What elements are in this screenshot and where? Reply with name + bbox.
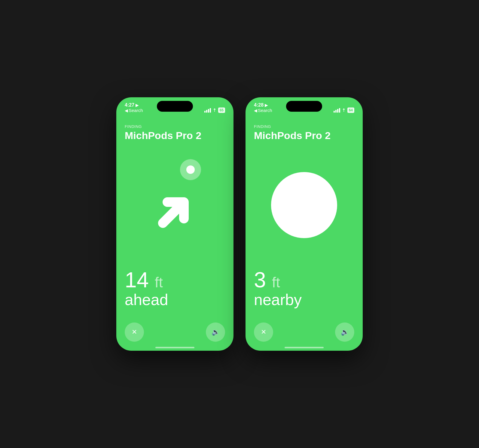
phone-content-2: FINDING MichPods Pro 2 3 ft nearby ✕ 🔉 <box>246 118 363 351</box>
speaker-icon-1: 🔉 <box>212 328 220 336</box>
signal-bars-1 <box>204 108 211 113</box>
distance-dot-inner-1 <box>186 165 195 174</box>
battery-value-2: 64 <box>349 108 353 112</box>
dynamic-island-2 <box>286 101 322 112</box>
status-right-1: ⇡ 65 <box>204 107 225 113</box>
direction-label-1: ahead <box>125 292 225 307</box>
sound-button-1[interactable]: 🔉 <box>206 322 225 342</box>
proximity-circle-2 <box>271 172 337 238</box>
direction-arrow-icon-1 <box>145 175 205 235</box>
sound-button-2[interactable]: 🔉 <box>335 322 354 342</box>
back-nav-1[interactable]: ◀ Search <box>125 108 143 113</box>
visual-area-1 <box>125 141 225 269</box>
finding-label-1: FINDING <box>125 124 225 129</box>
finding-label-2: FINDING <box>254 124 354 129</box>
distance-value-1: 14 ft <box>125 269 225 291</box>
chevron-left-icon-2: ◀ <box>254 108 257 113</box>
device-title-1: MichPods Pro 2 <box>125 130 225 141</box>
bottom-buttons-2: ✕ 🔉 <box>254 322 354 351</box>
close-icon-1: ✕ <box>132 328 137 336</box>
time-text-2: 4:28 <box>254 102 264 108</box>
wifi-icon-1: ⇡ <box>213 108 216 113</box>
status-time-1: 4:27 ▶ <box>125 102 139 108</box>
battery-value-1: 65 <box>220 108 224 112</box>
time-text-1: 4:27 <box>125 102 134 108</box>
signal-bars-2 <box>334 108 340 113</box>
chevron-left-icon-1: ◀ <box>125 108 128 113</box>
device-title-2: MichPods Pro 2 <box>254 130 354 141</box>
close-button-1[interactable]: ✕ <box>125 322 144 342</box>
phone-2: 4:28 ▶ ◀ Search ⇡ 64 FINDING MichP <box>246 97 363 351</box>
phone-1: 4:27 ▶ ◀ Search ⇡ 65 FINDING MichP <box>116 97 233 351</box>
distance-section-1: 14 ft ahead <box>125 269 225 322</box>
close-button-2[interactable]: ✕ <box>254 322 273 342</box>
distance-value-2: 3 ft <box>254 269 354 291</box>
wifi-icon-2: ⇡ <box>342 108 346 113</box>
location-icon-2: ▶ <box>265 103 268 107</box>
visual-area-2 <box>254 141 354 269</box>
back-label-1: Search <box>129 108 143 113</box>
distance-dot-indicator-1 <box>180 159 201 180</box>
status-time-2: 4:28 ▶ <box>254 102 268 108</box>
distance-unit-1: ft <box>155 274 163 290</box>
distance-unit-2: ft <box>272 274 280 290</box>
distance-number-2: 3 <box>254 268 266 292</box>
distance-section-2: 3 ft nearby <box>254 269 354 322</box>
battery-2: 64 <box>347 107 354 113</box>
direction-label-2: nearby <box>254 292 354 307</box>
location-icon-1: ▶ <box>136 103 139 107</box>
status-right-2: ⇡ 64 <box>334 107 354 113</box>
dynamic-island-1 <box>157 101 193 112</box>
distance-number-1: 14 <box>125 268 149 292</box>
battery-1: 65 <box>218 107 225 113</box>
close-icon-2: ✕ <box>261 328 266 336</box>
home-indicator-1 <box>155 347 194 348</box>
home-indicator-2 <box>285 347 324 348</box>
speaker-icon-2: 🔉 <box>341 328 349 336</box>
back-nav-2[interactable]: ◀ Search <box>254 108 272 113</box>
phone-content-1: FINDING MichPods Pro 2 14 ft ahead <box>116 118 233 351</box>
status-left-2: 4:28 ▶ ◀ Search <box>254 102 272 113</box>
back-label-2: Search <box>258 108 272 113</box>
bottom-buttons-1: ✕ 🔉 <box>125 322 225 351</box>
phone-wrapper: 4:27 ▶ ◀ Search ⇡ 65 FINDING MichP <box>116 97 363 351</box>
status-left-1: 4:27 ▶ ◀ Search <box>125 102 143 113</box>
